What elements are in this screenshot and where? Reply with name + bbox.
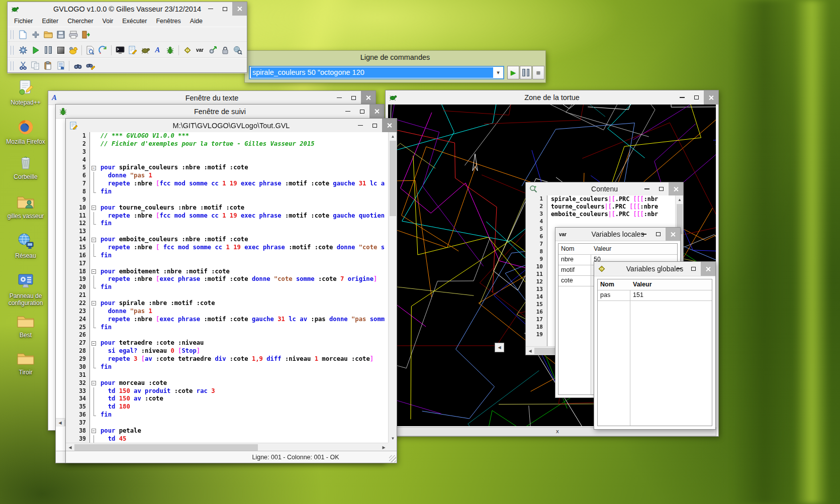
desktop-icon-firefox[interactable]: Mozilla Firefox <box>2 119 49 145</box>
turtle-button[interactable] <box>139 44 151 56</box>
refresh-button[interactable] <box>97 44 109 56</box>
debug-button[interactable] <box>164 44 176 56</box>
print-button[interactable] <box>67 29 79 41</box>
quit-button[interactable] <box>79 29 92 41</box>
dropdown-icon[interactable]: ▾ <box>493 69 503 76</box>
main-window-titlebar[interactable]: GVLOGO v1.0.0 © Gilles Vasseur 23/12/201… <box>8 2 247 16</box>
add-button[interactable] <box>29 29 42 41</box>
open-button[interactable] <box>42 29 54 41</box>
close-button[interactable] <box>701 262 715 276</box>
maximize-button[interactable] <box>218 2 232 16</box>
menu-executer[interactable]: Exécuter <box>118 16 151 26</box>
desktop-icon-panneau[interactable]: Panneau de configuration <box>2 273 49 307</box>
close-button[interactable] <box>669 182 683 195</box>
pause-button[interactable] <box>42 44 54 56</box>
locals-window-titlebar[interactable]: var Variables locales <box>555 228 680 241</box>
minimize-button[interactable] <box>332 91 346 105</box>
desktop-icon-tiroir[interactable]: Tiroir <box>2 351 49 376</box>
desktop-icon-label: Réseau <box>2 252 49 259</box>
turtle-window-titlebar[interactable]: Zone de la tortue <box>386 90 718 105</box>
minimize-button[interactable] <box>203 2 218 16</box>
minimize-button[interactable] <box>636 228 651 241</box>
control-panel-icon <box>17 273 34 290</box>
new-file-button[interactable] <box>17 29 29 41</box>
tools-button[interactable] <box>206 44 219 56</box>
scroll-left-icon[interactable]: ◀ <box>526 347 534 355</box>
menu-aide[interactable]: Aide <box>185 16 207 26</box>
maximize-button[interactable] <box>367 119 382 132</box>
maximize-button[interactable] <box>651 228 666 241</box>
cut-button[interactable] <box>17 60 29 72</box>
menu-fenetres[interactable]: Fenêtres <box>151 16 185 26</box>
animate-button[interactable] <box>67 44 79 56</box>
desktop-icon-corbeille[interactable]: Corbeille <box>2 154 49 180</box>
minimize-button[interactable] <box>672 262 686 276</box>
run-button[interactable] <box>29 44 42 56</box>
editor-hscroll[interactable]: ◀ ▶ <box>66 443 388 451</box>
close-button[interactable] <box>666 228 680 241</box>
scroll-up-icon[interactable]: ▲ <box>676 195 684 204</box>
close-button[interactable] <box>382 119 397 132</box>
desktop-icon-best[interactable]: Best <box>2 314 49 339</box>
toolbar-grip[interactable] <box>11 46 14 55</box>
close-button[interactable] <box>361 91 376 105</box>
menu-fichier[interactable]: Fichier <box>10 16 38 26</box>
save-button[interactable] <box>54 29 67 41</box>
maximize-button[interactable] <box>346 91 361 105</box>
menu-chercher[interactable]: Chercher <box>63 16 98 26</box>
editor-window-titlebar[interactable]: M:\GIT\GVLOGO\GVLogo\Tout.GVL <box>66 119 397 133</box>
scroll-up-icon[interactable]: ▲ <box>389 132 397 141</box>
console-button[interactable] <box>114 44 126 56</box>
globals-window-titlebar[interactable]: Variables globales <box>594 262 715 276</box>
close-button[interactable] <box>369 105 384 118</box>
web-search-button[interactable] <box>231 44 244 56</box>
editor-vscroll[interactable]: ▲ ▼ <box>388 132 397 443</box>
settings-gear-button[interactable] <box>17 44 29 56</box>
expression-button[interactable] <box>181 44 194 56</box>
minimize-button[interactable] <box>675 90 689 105</box>
maximize-button[interactable] <box>689 90 704 105</box>
var-button[interactable]: var <box>194 44 206 56</box>
command-stop-button[interactable]: ■ <box>532 66 544 79</box>
command-input[interactable]: spirale_couleurs 50 "octogone 120 ▾ <box>249 66 504 79</box>
close-button[interactable] <box>704 90 718 105</box>
minimize-button[interactable] <box>340 105 355 118</box>
search-replace-button[interactable] <box>84 60 97 72</box>
text-editor-button[interactable] <box>126 44 139 56</box>
command-pause-button[interactable] <box>520 66 532 79</box>
paste-button[interactable] <box>42 60 54 72</box>
floating-scroll-left-button[interactable]: ◀ <box>495 343 504 352</box>
stop-button[interactable] <box>54 44 67 56</box>
command-run-button[interactable]: ▶ <box>507 66 519 79</box>
resize-grip[interactable] <box>389 455 396 462</box>
view-source-button[interactable] <box>84 44 97 56</box>
search-button[interactable] <box>71 60 84 72</box>
maximize-button[interactable] <box>686 262 701 276</box>
menu-voir[interactable]: Voir <box>98 16 118 26</box>
toolbar-grip[interactable] <box>11 30 14 39</box>
text-window-titlebar[interactable]: A Fenêtre du texte <box>48 91 376 105</box>
close-button[interactable] <box>232 2 247 16</box>
lock-button[interactable] <box>219 44 231 56</box>
minimize-button[interactable] <box>639 182 654 195</box>
desktop-icon-gilles-vasseur[interactable]: gilles vasseur <box>2 194 49 220</box>
font-button[interactable]: A <box>151 44 164 56</box>
desktop-icon-reseau[interactable]: Réseau <box>2 233 49 259</box>
menu-editer[interactable]: Editer <box>38 16 63 26</box>
desktop-icon-notepad[interactable]: Notepad++ <box>2 79 49 106</box>
follow-window-titlebar[interactable]: Fenêtre de suivi <box>56 105 384 119</box>
scroll-left-icon[interactable]: ◀ <box>56 419 64 427</box>
desktop-icon-label: Tiroir <box>2 369 49 376</box>
maximize-button[interactable] <box>355 105 369 118</box>
scroll-down-icon[interactable]: ▼ <box>389 434 397 443</box>
maximize-button[interactable] <box>654 182 669 195</box>
desktop-icon-label: gilles vasseur <box>2 213 49 220</box>
minimize-button[interactable] <box>353 119 367 132</box>
contenu-window-titlebar[interactable]: Contenu <box>526 182 683 196</box>
select-all-button[interactable] <box>54 60 67 72</box>
toolbar-grip[interactable] <box>11 61 14 70</box>
editor-code[interactable]: 1// *** GVLOGO V1.0.0 ***2// Fichier d'e… <box>66 132 388 443</box>
copy-button[interactable] <box>29 60 42 72</box>
command-window-titlebar[interactable]: Ligne de commandes <box>245 51 545 64</box>
globals-window: Variables globales Nom Valeur pas 151 <box>594 261 716 430</box>
